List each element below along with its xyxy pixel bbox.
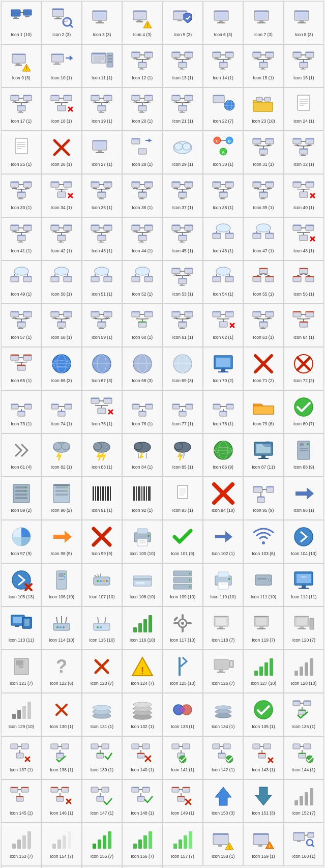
icon-cell-70[interactable]: Icon 70 (2) — [203, 347, 243, 390]
icon-cell-124[interactable]: ! Icon 124 (7) — [122, 650, 162, 693]
icon-cell-5[interactable]: Icon 5 (3) — [163, 1, 203, 44]
icon-cell-8[interactable]: Icon 8 (3) — [284, 1, 324, 44]
icon-cell-66[interactable]: Icon 66 (3) — [41, 347, 81, 390]
icon-cell-116[interactable]: Icon 116 (10) — [122, 606, 162, 650]
icon-cell-4[interactable]: ! Icon 4 (3) — [122, 1, 162, 44]
icon-cell-28[interactable]: Icon 28 (1) — [122, 131, 162, 174]
icon-cell-9[interactable]: ! Icon 9 (3) — [1, 44, 41, 88]
icon-cell-61[interactable]: Icon 61 (1) — [163, 304, 203, 347]
icon-cell-91[interactable]: Icon 91 (1) — [82, 477, 122, 520]
icon-cell-6[interactable]: Icon 6 (3) — [203, 1, 243, 44]
icon-cell-114[interactable]: Icon 114 (10) — [41, 606, 81, 650]
icon-cell-17[interactable]: Icon 17 (1) — [1, 88, 41, 131]
icon-cell-162[interactable]: Icon 162 (2) — [41, 866, 81, 868]
icon-cell-140[interactable]: Icon 140 (1) — [122, 736, 162, 779]
icon-cell-10[interactable]: Icon 10 (1) — [41, 44, 81, 88]
icon-cell-125[interactable]: Icon 125 (10) — [163, 650, 203, 693]
icon-cell-86[interactable]: Icon 86 (9) — [203, 433, 243, 477]
icon-cell-69[interactable]: Icon 69 (3) — [163, 347, 203, 390]
icon-cell-7[interactable]: Icon 7 (3) — [243, 1, 283, 44]
icon-cell-60[interactable]: Icon 60 (1) — [122, 304, 162, 347]
icon-cell-71[interactable]: Icon 71 (2) — [243, 347, 283, 390]
icon-cell-126[interactable]: Icon 126 (7) — [203, 650, 243, 693]
icon-cell-72[interactable]: Icon 72 (2) — [284, 347, 324, 390]
icon-cell-147[interactable]: Icon 147 (1) — [82, 779, 122, 823]
icon-cell-158[interactable]: ! Icon 158 (1) — [203, 823, 243, 866]
icon-cell-110[interactable]: Icon 110 (10) — [203, 563, 243, 606]
icon-cell-87[interactable]: Icon 87 (11) — [243, 433, 283, 477]
icon-cell-82[interactable]: Icon 82 (1) — [41, 433, 81, 477]
icon-cell-164[interactable]: Icon 164 (2) — [122, 866, 162, 868]
icon-cell-101[interactable]: Icon 101 (9) — [163, 520, 203, 563]
icon-cell-151[interactable]: Icon 151 (3) — [243, 779, 283, 823]
icon-cell-155[interactable]: Icon 155 (7) — [82, 823, 122, 866]
icon-cell-20[interactable]: Icon 20 (1) — [122, 88, 162, 131]
icon-cell-46[interactable]: Icon 46 (1) — [203, 217, 243, 261]
icon-cell-25[interactable]: Icon 25 (1) — [1, 131, 41, 174]
icon-cell-79[interactable]: Icon 79 (6) — [243, 390, 283, 433]
icon-cell-57[interactable]: Icon 57 (1) — [1, 304, 41, 347]
icon-cell-100[interactable]: Icon 100 (10) — [122, 520, 162, 563]
icon-cell-97[interactable]: Icon 97 (9) — [1, 520, 41, 563]
icon-cell-54[interactable]: Icon 54 (1) — [203, 261, 243, 304]
icon-cell-138[interactable]: Icon 138 (1) — [41, 736, 81, 779]
icon-cell-65[interactable]: Icon 65 (1) — [1, 347, 41, 390]
icon-cell-21[interactable]: Icon 21 (1) — [163, 88, 203, 131]
icon-cell-30[interactable]: C B A Icon 30 (1) — [203, 131, 243, 174]
icon-cell-23[interactable]: Icon 23 (10) — [243, 88, 283, 131]
icon-cell-132[interactable]: Icon 132 (1) — [122, 693, 162, 736]
icon-cell-156[interactable]: Icon 156 (7) — [122, 823, 162, 866]
icon-cell-113[interactable]: Icon 113 (11) — [1, 606, 41, 650]
icon-cell-103[interactable]: Icon 103 (6) — [243, 520, 283, 563]
icon-cell-121[interactable]: Icon 121 (7) — [1, 650, 41, 693]
icon-cell-31[interactable]: Icon 31 (1) — [243, 131, 283, 174]
icon-cell-122[interactable]: ? Icon 122 (6) — [41, 650, 81, 693]
icon-cell-137[interactable]: Icon 137 (1) — [1, 736, 41, 779]
icon-cell-68[interactable]: Icon 68 (3) — [122, 347, 162, 390]
icon-cell-19[interactable]: Icon 19 (1) — [82, 88, 122, 131]
icon-cell-74[interactable]: Icon 74 (1) — [41, 390, 81, 433]
icon-cell-153[interactable]: Icon 153 (7) — [1, 823, 41, 866]
icon-cell-117[interactable]: Icon 117 (10) — [163, 606, 203, 650]
icon-cell-48[interactable]: Icon 48 (1) — [284, 217, 324, 261]
icon-cell-33[interactable]: Icon 33 (1) — [1, 174, 41, 217]
icon-cell-96[interactable]: Icon 96 (1) — [284, 477, 324, 520]
icon-cell-108[interactable]: Icon 108 (10) — [122, 563, 162, 606]
icon-cell-84[interactable]: Icon 84 (1) — [122, 433, 162, 477]
icon-cell-1[interactable]: Icon 1 (10) — [1, 1, 41, 44]
icon-cell-27[interactable]: Icon 27 (1) — [82, 131, 122, 174]
icon-cell-50[interactable]: Icon 50 (1) — [41, 261, 81, 304]
icon-cell-64[interactable]: Icon 64 (1) — [284, 304, 324, 347]
icon-cell-37[interactable]: Icon 37 (1) — [163, 174, 203, 217]
icon-cell-109[interactable]: Icon 109 (10) — [163, 563, 203, 606]
icon-cell-77[interactable]: Icon 77 (1) — [163, 390, 203, 433]
icon-cell-26[interactable]: Icon 26 (1) — [41, 131, 81, 174]
icon-cell-115[interactable]: Icon 115 (10) — [82, 606, 122, 650]
icon-cell-42[interactable]: Icon 42 (1) — [41, 217, 81, 261]
icon-cell-93[interactable]: Icon 93 (1) — [163, 477, 203, 520]
icon-cell-83[interactable]: Icon 83 (1) — [82, 433, 122, 477]
icon-cell-62[interactable]: Icon 62 (1) — [203, 304, 243, 347]
icon-cell-141[interactable]: Icon 141 (1) — [163, 736, 203, 779]
icon-cell-144[interactable]: Icon 144 (1) — [284, 736, 324, 779]
icon-cell-127[interactable]: Icon 127 (10) — [243, 650, 283, 693]
icon-cell-152[interactable]: Icon 152 (7) — [284, 779, 324, 823]
icon-cell-22[interactable]: Icon 22 (7) — [203, 88, 243, 131]
icon-cell-159[interactable]: ! Icon 159 (1) — [243, 823, 283, 866]
icon-cell-3[interactable]: Icon 3 (3) — [82, 1, 122, 44]
icon-cell-11[interactable]: Icon 11 (1) — [82, 44, 122, 88]
icon-cell-13[interactable]: Icon 13 (1) — [163, 44, 203, 88]
icon-cell-78[interactable]: Icon 78 (1) — [203, 390, 243, 433]
icon-cell-98[interactable]: Icon 98 (9) — [41, 520, 81, 563]
icon-cell-99[interactable]: Icon 99 (9) — [82, 520, 122, 563]
icon-cell-55[interactable]: Icon 55 (1) — [243, 261, 283, 304]
icon-cell-53[interactable]: Icon 53 (1) — [163, 261, 203, 304]
icon-cell-18[interactable]: Icon 18 (1) — [41, 88, 81, 131]
icon-cell-43[interactable]: Icon 43 (1) — [82, 217, 122, 261]
icon-cell-134[interactable]: Icon 134 (1) — [203, 693, 243, 736]
icon-cell-157[interactable]: Icon 157 (7) — [163, 823, 203, 866]
icon-cell-119[interactable]: Icon 119 (7) — [243, 606, 283, 650]
icon-cell-63[interactable]: Icon 63 (1) — [243, 304, 283, 347]
icon-cell-129[interactable]: Icon 129 (10) — [1, 693, 41, 736]
icon-cell-35[interactable]: Icon 35 (1) — [82, 174, 122, 217]
